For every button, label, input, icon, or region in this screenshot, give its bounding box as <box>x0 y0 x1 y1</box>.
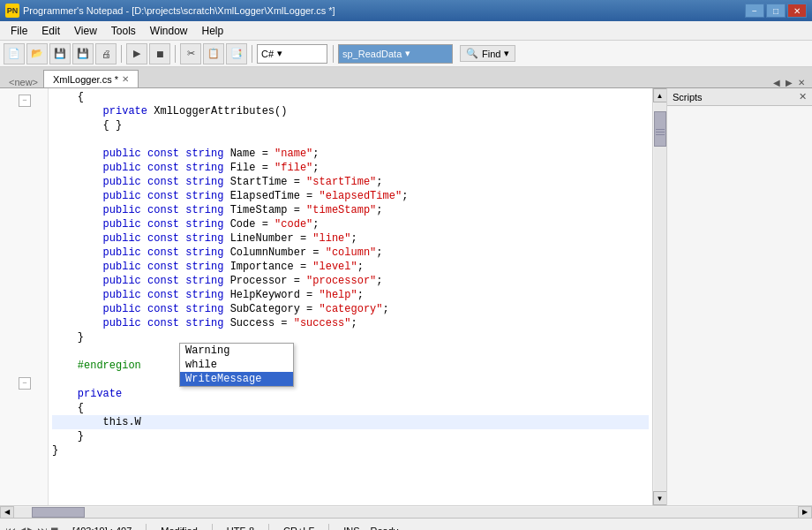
find-icon: 🔍 <box>466 48 478 59</box>
status-icon-first[interactable]: ⏮ <box>5 525 16 531</box>
status-sep1 <box>146 524 147 531</box>
code-line: public const string File = "file"; <box>52 161 649 175</box>
menu-window[interactable]: Window <box>143 23 195 39</box>
code-line: public const string HelpKeyword = "help"… <box>52 288 649 302</box>
status-icon-next[interactable]: ▶ <box>27 525 35 531</box>
menu-bar: File Edit View Tools Window Help <box>0 21 812 41</box>
tab-nav-left[interactable]: ◀ <box>771 78 782 87</box>
code-line: #endregion <box>52 359 649 373</box>
code-scroll[interactable]: { private XmlLoggerAttributes() { } publ… <box>49 88 652 505</box>
status-position: [403:19] : 407 <box>67 526 137 531</box>
code-line: public const string LineNumber = "line"; <box>52 231 649 246</box>
scroll-track[interactable] <box>654 102 666 491</box>
line-gutter: − − <box>0 88 49 505</box>
scripts-panel: Scripts ✕ <box>666 88 812 505</box>
scripts-title: Scripts <box>673 92 703 102</box>
toolbar-new[interactable]: 📄 <box>4 43 25 64</box>
toolbar-stop[interactable]: ⏹ <box>149 43 170 64</box>
menu-file[interactable]: File <box>4 23 34 39</box>
status-sep2 <box>212 524 213 531</box>
menu-help[interactable]: Help <box>195 23 231 39</box>
code-line: public const string Success = "success"; <box>52 316 649 330</box>
menu-edit[interactable]: Edit <box>34 23 67 39</box>
close-button[interactable]: ✕ <box>787 4 807 18</box>
status-icon-prev[interactable]: ◀ <box>18 525 26 531</box>
tab-xmllogger[interactable]: XmlLogger.cs * ✕ <box>43 70 139 87</box>
toolbar-open[interactable]: 📂 <box>26 43 48 64</box>
status-encoding: UTF-8 <box>222 526 259 531</box>
fold-btn-2[interactable]: − <box>19 377 31 390</box>
hscroll-left-btn[interactable]: ◀ <box>0 506 14 519</box>
code-line: { <box>52 90 649 104</box>
tab-label: XmlLogger.cs * <box>53 74 118 85</box>
title-bar: PN Programmer's Notepad - [D:\projects\s… <box>0 0 812 21</box>
toolbar-saveall[interactable]: 💾 <box>72 43 94 64</box>
code-editor[interactable]: { private XmlLoggerAttributes() { } publ… <box>49 88 652 505</box>
scroll-down-btn[interactable]: ▼ <box>653 491 667 505</box>
tab-new-indicator: <new> <box>4 77 43 87</box>
toolbar-copy[interactable]: 📋 <box>203 43 224 64</box>
window-title: Programmer's Notepad - [D:\projects\scra… <box>23 5 745 16</box>
code-line-active: this.W <box>52 415 649 429</box>
function-dropdown[interactable]: sp_ReadData ▾ <box>338 44 453 64</box>
fold-btn-1[interactable]: − <box>19 95 31 107</box>
scroll-up-btn[interactable]: ▲ <box>653 88 667 102</box>
code-line: } <box>52 443 649 458</box>
find-button[interactable]: 🔍 Find ▾ <box>460 45 515 62</box>
maximize-button[interactable]: □ <box>766 4 786 18</box>
status-ready: Ready <box>365 526 404 531</box>
language-dropdown[interactable]: C# ▾ <box>257 44 327 64</box>
hscroll-right-btn[interactable]: ▶ <box>798 506 812 519</box>
find-arrow: ▾ <box>504 48 509 59</box>
code-line: public const string TimeStamp = "timeSta… <box>52 203 649 217</box>
code-line <box>52 373 649 387</box>
toolbar: 📄 📂 💾 💾 🖨 ▶ ⏹ ✂ 📋 📑 C# ▾ sp_ReadData ▾ 🔍… <box>0 41 812 67</box>
code-line: public const string ElapsedTime = "elaps… <box>52 189 649 203</box>
toolbar-paste[interactable]: 📑 <box>226 43 247 64</box>
code-line: } <box>52 330 649 344</box>
main-area: − − { private XmlLoggerAttributes() { } <box>0 88 812 505</box>
code-line: private <box>52 387 649 401</box>
horizontal-scrollbar[interactable]: ◀ ▶ <box>0 505 812 518</box>
toolbar-run[interactable]: ▶ <box>126 43 147 64</box>
tab-nav-right[interactable]: ▶ <box>784 78 794 87</box>
toolbar-print[interactable]: 🖨 <box>95 43 117 64</box>
code-line: } <box>52 429 649 443</box>
autocomplete-item-while[interactable]: while <box>180 358 293 372</box>
code-line: public const string ColumnNumber = "colu… <box>52 246 649 260</box>
menu-view[interactable]: View <box>67 23 104 39</box>
function-arrow: ▾ <box>405 48 410 59</box>
code-line: { } <box>52 118 649 132</box>
hscroll-thumb[interactable] <box>32 507 85 518</box>
tab-navigation: ◀ ▶ ✕ <box>771 78 810 87</box>
code-line: public const string StartTime = "startTi… <box>52 175 649 189</box>
function-value: sp_ReadData <box>342 49 402 59</box>
status-sep3 <box>268 524 269 531</box>
toolbar-sep3 <box>252 45 252 63</box>
vertical-scrollbar[interactable]: ▲ ▼ <box>652 88 666 505</box>
autocomplete-popup[interactable]: Warning while WriteMessage <box>179 343 294 387</box>
status-icon-last[interactable]: ⏭ <box>37 525 48 531</box>
autocomplete-item-writemessage[interactable]: WriteMessage <box>180 372 293 386</box>
code-line: public const string Name = "name"; <box>52 147 649 161</box>
minimize-button[interactable]: − <box>745 4 764 18</box>
scripts-close-btn[interactable]: ✕ <box>799 91 807 102</box>
menu-tools[interactable]: Tools <box>104 23 143 39</box>
code-line <box>52 132 649 147</box>
tab-close-all[interactable]: ✕ <box>796 78 807 87</box>
code-line <box>52 344 649 359</box>
status-modified: Modified <box>155 526 203 531</box>
toolbar-cut[interactable]: ✂ <box>180 43 201 64</box>
hscroll-track[interactable] <box>14 507 798 518</box>
code-line: public const string Importance = "level"… <box>52 260 649 274</box>
code-line: public const string Code = "code"; <box>52 217 649 231</box>
autocomplete-item-warning[interactable]: Warning <box>180 344 293 358</box>
toolbar-save[interactable]: 💾 <box>49 43 71 64</box>
code-line: { <box>52 401 649 415</box>
status-icon-stop[interactable]: ⏹ <box>49 525 60 531</box>
tab-close-icon[interactable]: ✕ <box>122 74 129 84</box>
status-bar: ⏮ ◀ ▶ ⏭ ⏹ [403:19] : 407 Modified UTF-8 … <box>0 518 812 530</box>
toolbar-sep1 <box>121 45 122 63</box>
toolbar-sep4 <box>333 45 334 63</box>
language-arrow: ▾ <box>277 48 282 59</box>
